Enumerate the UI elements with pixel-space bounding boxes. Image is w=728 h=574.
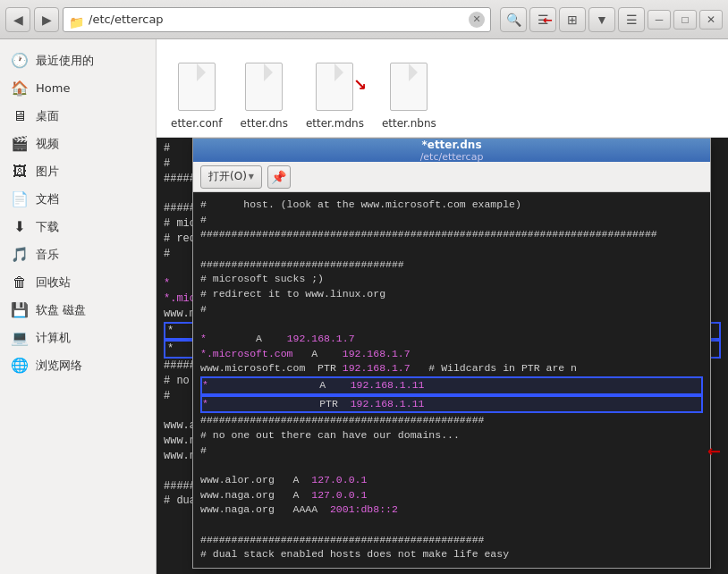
- file-label-mdns: etter.mdns: [306, 117, 364, 130]
- address-clear-button[interactable]: ✕: [469, 12, 485, 28]
- close-button[interactable]: ✕: [699, 10, 723, 30]
- dialog-line: #: [200, 302, 703, 317]
- file-icons-row: ↘ etter.conf etter.dns: [157, 39, 728, 138]
- trash-icon: 🗑: [11, 274, 29, 291]
- file-item-ettercap-conf[interactable]: etter.conf: [171, 60, 223, 130]
- file-icon-conf: [175, 60, 218, 114]
- dialog-line: [200, 242, 703, 257]
- dialog-line: www.microsoft.com PTR 192.168.1.7 # Wild…: [200, 361, 703, 376]
- file-shape-dns: [245, 63, 283, 111]
- sidebar-label-pictures: 图片: [36, 164, 59, 180]
- downloads-icon: ⬇: [11, 218, 29, 235]
- dialog-line: # dual stack enabled hosts does not make…: [200, 547, 703, 562]
- desktop-icon: 🖥: [11, 107, 29, 124]
- dialog-line: [200, 458, 703, 473]
- file-label-nbns: etter.nbns: [382, 117, 436, 130]
- pin-button[interactable]: 📌: [267, 165, 291, 189]
- back-button[interactable]: ◀: [5, 7, 30, 32]
- sidebar-label-computer: 计算机: [36, 330, 71, 346]
- address-text: /etc/ettercap: [89, 13, 469, 26]
- sidebar-item-pictures[interactable]: 🖼 图片: [0, 157, 156, 185]
- dialog-line: # redirect it to www.linux.org: [200, 287, 703, 302]
- dialog-toolbar: 打开(O) ▼ 📌: [193, 162, 710, 192]
- sidebar-label-music: 音乐: [36, 247, 59, 263]
- dialog-line: * A 192.168.1.7: [200, 332, 703, 347]
- sidebar-item-documents[interactable]: 📄 文档: [0, 185, 156, 213]
- address-bar: /etc/ettercap ✕ ←: [63, 7, 491, 32]
- dialog-line: [200, 518, 703, 533]
- toolbar-right-buttons: 🔍 ☰ ⊞ ▼ ☰ ─ □ ✕: [500, 7, 723, 32]
- sidebar: 🕐 最近使用的 🏠 Home 🖥 桌面 🎬 视频 🖼 图片 📄 文档: [0, 39, 157, 574]
- documents-icon: 📄: [11, 190, 29, 207]
- dialog-subtitle: /etc/ettercap: [301, 151, 602, 163]
- file-item-etter-nbns[interactable]: etter.nbns: [382, 60, 436, 130]
- dialog-line: #: [200, 213, 703, 228]
- sidebar-item-downloads[interactable]: ⬇ 下载: [0, 213, 156, 241]
- dialog-line: # microsoft sucks ;): [200, 272, 703, 287]
- minimize-button[interactable]: ─: [648, 10, 671, 30]
- forward-button[interactable]: ▶: [34, 7, 59, 32]
- open-button-label: 打开(O): [208, 169, 247, 184]
- sidebar-item-desktop[interactable]: 🖥 桌面: [0, 102, 156, 130]
- folder-icon: [69, 13, 85, 26]
- sidebar-item-recent[interactable]: 🕐 最近使用的: [0, 46, 156, 74]
- main-window: ◀ ▶ /etc/ettercap ✕ ← 🔍 ☰ ⊞ ▼ ☰ ─ □ ✕ 🕐 …: [0, 0, 728, 574]
- file-shape-nbns: [390, 63, 427, 111]
- dialog-line: *.microsoft.com A 192.168.1.7: [200, 347, 703, 362]
- sidebar-item-network[interactable]: 🌐 浏览网络: [0, 351, 156, 379]
- home-icon: 🏠: [11, 80, 29, 97]
- right-panel: ↘ etter.conf etter.dns: [157, 39, 728, 574]
- grid-view-button[interactable]: ⊞: [559, 7, 586, 32]
- dialog-line: # host. (look at the www.microsoft.com e…: [200, 198, 703, 213]
- dialog-line: ########################################…: [200, 227, 703, 242]
- sidebar-label-recent: 最近使用的: [36, 53, 94, 69]
- dialog-title-area: *etter.dns /etc/ettercap: [301, 139, 602, 163]
- sidebar-item-trash[interactable]: 🗑 回收站: [0, 268, 156, 296]
- open-dialog[interactable]: *etter.dns /etc/ettercap 打开(O) ▼ 📌: [192, 138, 711, 569]
- open-dropdown-arrow: ▼: [249, 173, 254, 181]
- sidebar-label-downloads: 下载: [36, 219, 59, 235]
- toolbar: ◀ ▶ /etc/ettercap ✕ ← 🔍 ☰ ⊞ ▼ ☰ ─ □ ✕: [0, 0, 728, 39]
- file-item-etter-dns[interactable]: etter.dns: [241, 60, 288, 130]
- dialog-line: www.alor.org A 127.0.0.1: [200, 473, 703, 488]
- dialog-line: # no one out there can have our domains.…: [200, 428, 703, 443]
- sidebar-item-videos[interactable]: 🎬 视频: [0, 130, 156, 157]
- file-icon-mdns: [313, 60, 356, 114]
- sidebar-label-home: Home: [36, 81, 70, 95]
- dialog-titlebar: *etter.dns /etc/ettercap: [193, 139, 710, 162]
- recent-icon: 🕐: [11, 52, 29, 69]
- network-icon: 🌐: [11, 357, 29, 374]
- search-button[interactable]: 🔍: [500, 7, 527, 32]
- sidebar-item-music[interactable]: 🎵 音乐: [0, 241, 156, 268]
- dialog-highlight-1: * A 192.168.1.11: [200, 376, 703, 395]
- main-content: 🕐 最近使用的 🏠 Home 🖥 桌面 🎬 视频 🖼 图片 📄 文档: [0, 39, 728, 574]
- sidebar-item-floppy[interactable]: 💾 软盘 磁盘: [0, 296, 156, 324]
- sidebar-label-trash: 回收站: [36, 274, 71, 291]
- list-view-button[interactable]: ☰: [529, 7, 556, 32]
- file-shape-conf: [178, 63, 216, 111]
- content-area: # host. (look at the www.microsoft.com e…: [157, 138, 728, 574]
- dialog-title: *etter.dns: [301, 139, 602, 151]
- dialog-line: #################################: [200, 257, 703, 273]
- file-shape-mdns: [316, 63, 353, 111]
- file-icon-nbns: [387, 60, 430, 114]
- dialog-line: ########################################…: [200, 413, 703, 428]
- file-icon-dns: [242, 60, 285, 114]
- menu-button[interactable]: ☰: [618, 7, 645, 32]
- sidebar-item-computer[interactable]: 💻 计算机: [0, 324, 156, 351]
- sidebar-item-home[interactable]: 🏠 Home: [0, 74, 156, 102]
- maximize-button[interactable]: □: [673, 10, 697, 30]
- file-label-conf: etter.conf: [171, 117, 223, 130]
- open-button[interactable]: 打开(O) ▼: [200, 165, 262, 189]
- dialog-highlight-2: * PTR 192.168.1.11: [200, 395, 703, 414]
- view-dropdown-button[interactable]: ▼: [588, 7, 615, 32]
- file-label-dns: etter.dns: [241, 117, 288, 130]
- file-item-etter-mdns[interactable]: etter.mdns: [306, 60, 364, 130]
- dialog-line: www.naga.org A 127.0.0.1: [200, 488, 703, 503]
- sidebar-label-documents: 文档: [36, 191, 59, 207]
- sidebar-label-floppy: 软盘 磁盘: [36, 302, 86, 318]
- dialog-line: www.naga.org AAAA 2001:db8::2: [200, 502, 703, 518]
- dialog-line: ########################################…: [200, 533, 703, 548]
- music-icon: 🎵: [11, 246, 29, 263]
- floppy-icon: 💾: [11, 301, 29, 318]
